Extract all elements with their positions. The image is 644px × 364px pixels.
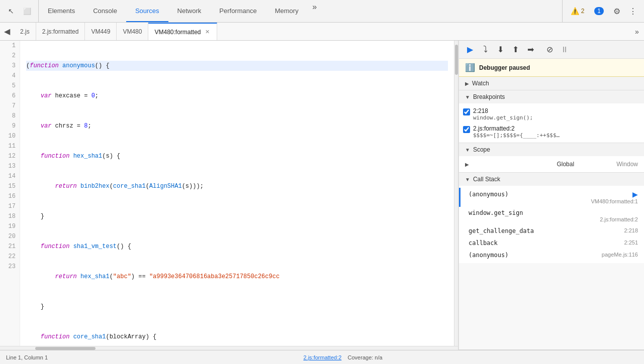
source-tab-vm449[interactable]: VM449 (85, 23, 117, 40)
callstack-label: Call Stack (473, 176, 500, 183)
warning-count: 2 (581, 8, 585, 15)
breakpoint-1-checkbox[interactable] (463, 108, 470, 115)
deactivate-breakpoints-button[interactable]: ⊘ (542, 43, 557, 56)
line-numbers: 12345 678910 1112131415 1617181920 21222… (0, 41, 20, 346)
code-line-9: } (26, 302, 448, 312)
debugger-paused-label: Debugger paused (479, 64, 530, 71)
source-tab-2js[interactable]: 2.js (14, 23, 36, 40)
device-toolbar-icon[interactable]: ⬜ (20, 4, 34, 18)
watch-section: ▶ Watch (459, 77, 644, 90)
code-content[interactable]: 12345 678910 1112131415 1617181920 21222… (0, 41, 458, 346)
source-tab-bar: ◀ 2.js 2.js:formatted VM449 VM480 VM480:… (0, 23, 644, 41)
breakpoint-2-code: $$$$=~[];$$$$={____:++$$$… (473, 132, 638, 139)
breakpoint-2-location: 2.js:formatted:2 (473, 125, 638, 132)
code-line-4: function hex_sha1(s) { (26, 151, 448, 161)
breakpoint-2-details: 2.js:formatted:2 $$$$=~[];$$$$={____:++$… (473, 125, 638, 139)
source-tab-vm480[interactable]: VM480 (117, 23, 148, 40)
h-scroll-thumb[interactable] (35, 347, 96, 350)
scope-item-global[interactable]: ▶ Global Window (459, 158, 644, 170)
tab-memory[interactable]: Memory (266, 0, 308, 22)
code-panel: 12345 678910 1112131415 1617181920 21222… (0, 41, 458, 350)
source-tab-vm480-formatted-label: VM480:formatted (154, 29, 201, 36)
scope-section-header[interactable]: ▼ Scope (459, 143, 644, 156)
toolbar-right: ⚠️ 2 1 ⚙ ⋮ (562, 0, 644, 22)
callstack-item-3[interactable]: get_challenge_data 2:218 (459, 225, 644, 237)
code-line-1: (function anonymous() { (26, 61, 448, 71)
code-line-3: var chrsz = 8; (26, 121, 448, 131)
callstack-1-fn: (anonymous) (469, 191, 508, 198)
callstack-2-fn: window.get_sign (469, 209, 638, 216)
watch-section-header[interactable]: ▶ Watch (459, 77, 644, 90)
resume-button[interactable]: ▶ (463, 43, 477, 56)
warning-icon: ⚠️ (571, 7, 579, 15)
scope-global-arrow-icon: ▶ (465, 162, 469, 167)
callstack-5-fn: (anonymous) (469, 252, 508, 259)
info-count: 1 (594, 7, 604, 15)
source-tab-vm480-formatted[interactable]: VM480:formatted ✕ (148, 23, 217, 40)
breakpoint-1-code: window.get_sign(); (473, 114, 638, 121)
v-scroll-thumb[interactable] (455, 45, 458, 75)
callstack-3-fn: get_challenge_data (469, 227, 534, 234)
scope-global-type: Window (616, 161, 638, 168)
step-into-button[interactable]: ⬇ (493, 43, 507, 56)
breakpoint-item-1: 2:218 window.get_sign(); (459, 105, 644, 123)
callstack-arrow-icon: ▼ (465, 177, 470, 182)
vertical-scrollbar[interactable] (454, 41, 458, 346)
status-bar: Line 1, Column 1 2.js:formatted:2 Covera… (0, 350, 644, 364)
tab-sources[interactable]: Sources (126, 0, 168, 22)
top-toolbar: ↖ ⬜ Elements Console Sources Network Per… (0, 0, 644, 23)
callstack-4-loc: 2:251 (624, 239, 638, 247)
callstack-item-1[interactable]: (anonymous) ▶ VM480:formatted:1 (459, 188, 644, 207)
code-line-7: function sha1_vm_test() { (26, 241, 448, 252)
cursor-position: Line 1, Column 1 (6, 354, 48, 360)
callstack-5-loc: pageMe.js:116 (602, 252, 638, 259)
warning-badge-button[interactable]: ⚠️ 2 (567, 4, 589, 18)
step-over-button[interactable]: ⤵ (478, 43, 492, 56)
watch-arrow-icon: ▶ (465, 81, 469, 86)
code-line-8: return hex_sha1("abc") == "a9993e3647068… (26, 272, 448, 282)
pause-on-exceptions-button[interactable]: ⏸ (558, 43, 572, 56)
code-line-6: } (26, 211, 448, 221)
step-out-button[interactable]: ⬆ (508, 43, 522, 56)
h-scrollbar-area (0, 346, 458, 350)
callstack-section-header[interactable]: ▼ Call Stack (459, 173, 644, 186)
code-line-10: function core_sha1(blockArray) { (26, 332, 448, 342)
tab-console[interactable]: Console (84, 0, 126, 22)
tab-performance[interactable]: Performance (210, 0, 265, 22)
settings-icon[interactable]: ⚙ (610, 4, 624, 18)
cursor-icon[interactable]: ↖ (4, 4, 18, 18)
code-line-5: return binb2hex(core_sha1(AlignSHA1(s)))… (26, 181, 448, 191)
status-link[interactable]: 2.js:formatted:2 (304, 354, 342, 360)
source-tab-2js-formatted[interactable]: 2.js:formatted (36, 23, 85, 40)
tab-network[interactable]: Network (168, 0, 211, 22)
watch-label: Watch (472, 80, 489, 87)
breakpoints-section: ▼ Breakpoints 2:218 window.get_sign(); 2… (459, 90, 644, 143)
scope-global-name: Global (557, 161, 574, 168)
callstack-list: (anonymous) ▶ VM480:formatted:1 window.g… (459, 186, 644, 263)
breakpoint-2-checkbox[interactable] (463, 126, 470, 133)
breakpoint-1-details: 2:218 window.get_sign(); (473, 107, 638, 121)
callstack-3-loc: 2:218 (624, 227, 638, 234)
more-options-icon[interactable]: ⋮ (626, 4, 640, 18)
tab-prev-icon[interactable]: ◀ (0, 23, 14, 41)
callstack-item-2[interactable]: window.get_sign 2.js:formatted:2 (459, 207, 644, 225)
callstack-item-4[interactable]: callback 2:251 (459, 237, 644, 249)
breakpoints-section-header[interactable]: ▼ Breakpoints (459, 90, 644, 103)
breakpoints-list: 2:218 window.get_sign(); 2.js:formatted:… (459, 103, 644, 143)
more-source-tabs-icon[interactable]: » (630, 23, 644, 41)
main-area: 12345 678910 1112131415 1617181920 21222… (0, 41, 644, 350)
callstack-item-5[interactable]: (anonymous) pageMe.js:116 (459, 249, 644, 261)
coverage-label: Coverage: n/a (348, 354, 383, 360)
callstack-section: ▼ Call Stack (anonymous) ▶ VM480:formatt… (459, 173, 644, 350)
tab-elements[interactable]: Elements (39, 0, 84, 22)
breakpoints-label: Breakpoints (473, 93, 505, 100)
breakpoints-arrow-icon: ▼ (465, 94, 470, 100)
status-center: 2.js:formatted:2 Coverage: n/a (304, 354, 383, 360)
info-badge-button[interactable]: 1 (590, 4, 608, 18)
more-tabs-icon[interactable]: » (308, 0, 322, 14)
callstack-4-fn: callback (469, 239, 498, 247)
close-tab-vm480-formatted-icon[interactable]: ✕ (204, 28, 211, 36)
step-button[interactable]: ➡ (523, 43, 537, 56)
debugger-toolbar: ▶ ⤵ ⬇ ⬆ ➡ ⊘ ⏸ (459, 41, 644, 59)
code-line-2: var hexcase = 0; (26, 91, 448, 101)
